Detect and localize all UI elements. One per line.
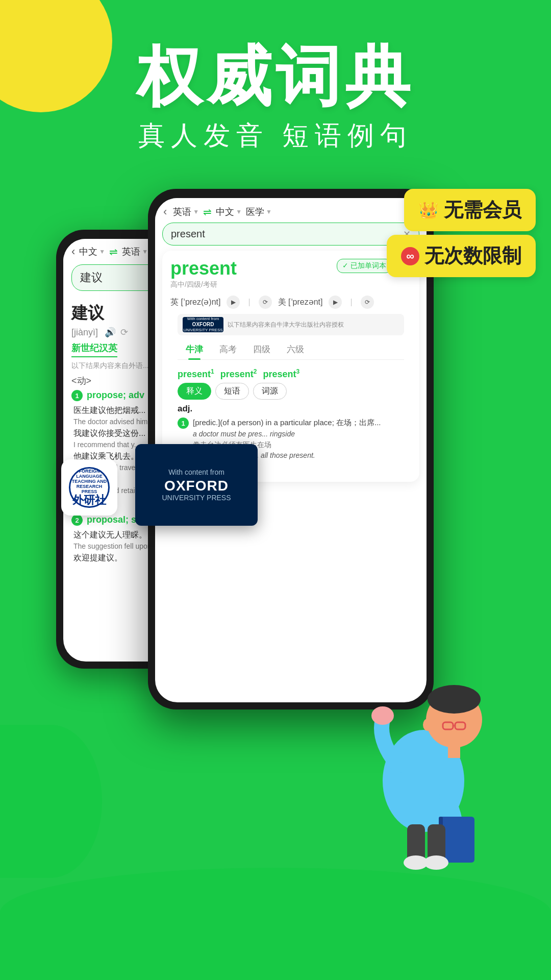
adj-label: adj. [178,404,404,414]
oxford-auth-note: 以下结果内容来自牛津大学出版社内容授权 [228,321,399,329]
play-us-button[interactable]: ▶ [329,296,342,309]
oxford-sub-text: UNIVERSITY PRESS [162,494,231,502]
chip-phrases[interactable]: 短语 [215,383,249,400]
crown-icon: 👑 [418,201,439,220]
hero-section: 权威词典 真人发音 短语例句 [0,41,551,154]
svg-rect-7 [448,745,460,758]
no-membership-badge: 👑 无需会员 [404,189,536,231]
entry-2[interactable]: present2 [220,368,257,380]
swap-lang-button[interactable]: ⇌ [109,246,118,258]
waiyanshe-badge: FOREIGN LANGUAGE TEACHING AND RESEARCH P… [61,459,117,516]
present-phonetics: 英 [ˈprez(ə)nt] ▶ | ⟳ 美 [ˈprezənt] ▶ | ⟳ [170,296,411,309]
present-word: present [170,258,237,279]
back-def1-text: propose; adv [87,390,144,401]
front-swap-button[interactable]: ⇌ [203,206,212,218]
def1-example1-en: a doctor must be pres... ringside [193,429,404,439]
back-button[interactable]: ‹ [71,245,75,258]
tab-oxford[interactable]: 牛津 [178,339,211,359]
dictionary-tabs: 牛津 高考 四级 六级 [178,339,404,360]
hero-title: 权威词典 [0,41,551,113]
chip-meaning[interactable]: 释义 [178,383,211,400]
entry-1[interactable]: present1 [178,368,214,380]
svg-point-8 [371,706,394,725]
waiyanshe-label: 外研社 [70,495,108,506]
oxford-title: OXFORD [164,478,229,494]
lang2-button[interactable]: 英语 ▼ [122,246,148,258]
lang1-button[interactable]: 中文 ▼ [79,246,105,258]
def1-text: [predic.](of a person) in a particular p… [193,417,404,429]
play-us-alt-button[interactable]: ⟳ [361,296,374,309]
no-limit-badge: ∞ 无次数限制 [387,235,536,277]
back-source-header: 新世纪汉英 [71,342,117,357]
svg-point-6 [423,719,432,731]
phonetic-us: 美 [ˈprezənt] [278,297,323,308]
front-lang1-button[interactable]: 英语 ▼ [173,206,199,218]
play-uk-alt-button[interactable]: ⟳ [259,296,272,309]
front-lang2-button[interactable]: 中文 ▼ [216,206,242,218]
entry-3[interactable]: present3 [263,368,299,380]
oxford-badge-overlay: With content from OXFORD UNIVERSITY PRES… [135,444,258,526]
phonetic-uk: 英 [ˈprez(ə)nt] [170,297,220,308]
oxford-with-text: With content from [168,468,224,476]
chip-etymology[interactable]: 词源 [253,383,287,400]
no-limit-text: 无次数限制 [424,243,521,269]
tab-cet4[interactable]: 四级 [245,339,279,359]
tab-gaokao[interactable]: 高考 [211,339,245,359]
no-membership-text: 无需会员 [444,197,521,223]
front-phone-nav: ‹ 英语 ▼ ⇌ 中文 ▼ 医学 ▼ [155,198,427,223]
front-lang3-button[interactable]: 医学 ▼ [246,206,272,218]
present-entries-row: present1 present2 present3 [170,364,411,383]
play-uk-button[interactable]: ▶ [227,296,240,309]
added-to-vocabulary-badge[interactable]: ✓ 已加单词本 [337,259,392,273]
oxford-source-note: With content from OXFORD UNIVERSITY PRES… [178,314,404,335]
hero-subtitle: 真人发音 短语例句 [0,118,551,154]
front-back-button[interactable]: ‹ [163,205,167,218]
character-illustration [352,628,495,873]
present-tags: 高中/四级/考研 [170,280,237,289]
svg-point-14 [424,855,448,870]
front-search-bar[interactable]: present ✕ [162,223,419,246]
front-search-text: present [171,228,205,240]
tab-cet6[interactable]: 六级 [279,339,312,359]
phone-area: ‹ 中文 ▼ ⇌ 英语 ▼ 通用 ▼ 建议 [46,189,505,903]
svg-point-2 [428,685,481,714]
meaning-chips: 释义 短语 词源 [170,383,411,404]
infinity-icon: ∞ [401,247,419,265]
